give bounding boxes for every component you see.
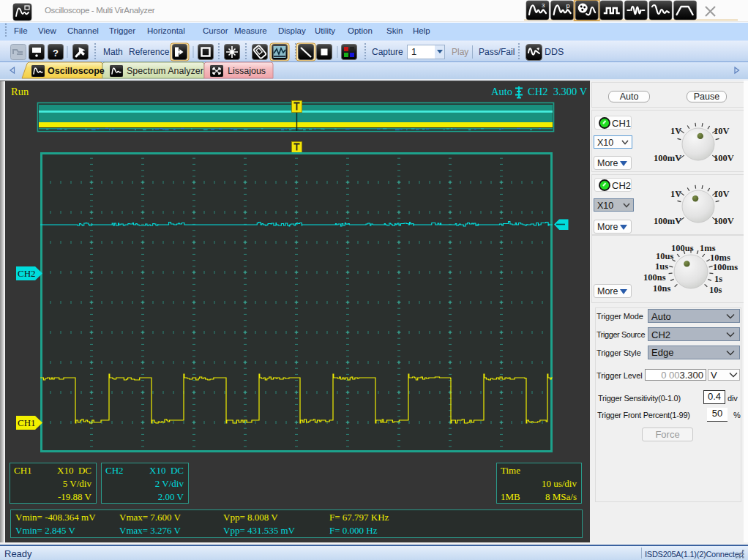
svg-text:CH1: CH1: [18, 417, 36, 428]
svg-text:CH2: CH2: [18, 268, 36, 279]
svg-text:?: ?: [53, 48, 59, 59]
